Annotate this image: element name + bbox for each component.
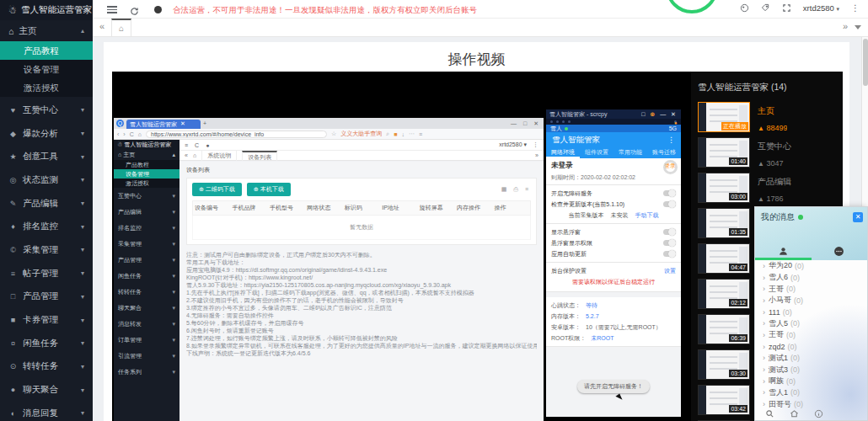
chat-contact[interactable]: ›雪人6(0)	[755, 272, 867, 284]
tabs-forward-icon: »	[535, 152, 538, 158]
chevron-down-icon: ▾	[81, 246, 84, 253]
chat-contact[interactable]: ›啊族(0)	[755, 376, 867, 387]
playlist-item[interactable]: 03:00 产品编辑▲ 1786	[691, 171, 843, 206]
duration-badge: 02:12	[729, 299, 747, 306]
snowman-icon: ☃	[117, 141, 122, 147]
sidebar-item-zhuanzhuan-tasks[interactable]: ⊙转转任务▾	[0, 355, 93, 379]
sidebar-item-collect-management[interactable]: ©采集管理▾	[0, 238, 93, 262]
menu-icon[interactable]	[107, 6, 117, 13]
unread-count: (0)	[790, 354, 800, 362]
brand: ☃ 雪人智能运营管家	[0, 0, 93, 20]
more-menu-icon[interactable]: ⋮	[851, 3, 860, 13]
rank-icon: ♦	[8, 222, 18, 231]
home-icon[interactable]	[790, 409, 799, 418]
group-label: 产品管理	[23, 290, 58, 302]
collect-label: 当前采集版本	[569, 211, 604, 220]
chevron-down-icon: ▾	[172, 332, 175, 348]
tab-home[interactable]: ⌂	[111, 19, 131, 36]
mini-username: xrtd2580 ▾	[499, 141, 527, 148]
reply-icon: ◐	[8, 409, 18, 418]
contact-name: 测试3	[769, 365, 788, 376]
sidebar-item-coupon-management[interactable]: ■卡券管理▾	[0, 308, 93, 332]
sidebar-item-rank-monitor[interactable]: ♦排名监控▾	[0, 215, 93, 238]
page-title: 操作视频	[104, 50, 849, 69]
sidebar-item-status-monitor[interactable]: ◎状态监测▾	[0, 168, 93, 192]
sidebar-item-post-management[interactable]: ≡帖子管理▾	[0, 262, 93, 285]
sidebar-item-device-management[interactable]: 设备管理	[0, 60, 93, 78]
theme-icon[interactable]	[740, 3, 749, 13]
sidebar-item-message-reply[interactable]: ◐消息回复▾	[0, 402, 93, 421]
chat-contact[interactable]: ›雪人5(0)	[755, 317, 867, 329]
chat-contact[interactable]: ›华为20(0)	[755, 260, 867, 272]
chat-contact[interactable]: ›王哥(0)	[755, 283, 867, 295]
chat-contact[interactable]: ›王哥(0)	[755, 329, 867, 341]
sidebar-item-product-edit[interactable]: ✎产品编辑▾	[0, 192, 93, 216]
user-menu[interactable]: xrtd2580 ▾	[803, 3, 839, 13]
chat-header: 我的消息 ✕	[755, 207, 867, 260]
playlist-item-title: 主页	[758, 106, 774, 115]
tabs-back-icon[interactable]: «	[99, 21, 104, 31]
sidebar-item-home[interactable]: ⌂ 主页 ▴	[0, 20, 93, 41]
chat-close-button[interactable]: ✕	[853, 212, 863, 222]
mini-group: 引流管理	[118, 348, 142, 364]
online-dot	[565, 127, 568, 131]
playlist-item[interactable]: 01:40 互赞中心▲ 3047	[691, 136, 843, 171]
sidebar-item-product-tutorial[interactable]: 产品教程	[0, 41, 93, 60]
duration-badge: 04:47	[729, 264, 747, 271]
sidebar-item-creative-tools[interactable]: ★创意工具▾	[0, 145, 93, 168]
sidebar-item-chat-aggregate[interactable]: ●聊天聚合▾	[0, 378, 93, 402]
coupon-icon: ■	[8, 316, 18, 324]
chat-tab-messages[interactable]	[812, 246, 868, 257]
chat-contact[interactable]: ›测试3(0)	[755, 364, 867, 376]
contact-name: 华为20	[769, 260, 792, 271]
chat-contact[interactable]: ›雪人1(0)	[755, 387, 867, 399]
refresh-icon: C	[130, 131, 134, 137]
unread-count: (0)	[790, 319, 800, 328]
sidebar-item-hot-analysis[interactable]: ◆爆款分析▾	[0, 122, 93, 146]
record-icon[interactable]	[154, 6, 162, 13]
unread-count: (0)	[786, 377, 796, 386]
info-icon[interactable]	[814, 409, 823, 418]
refresh-icon[interactable]	[130, 4, 139, 19]
info-value: 10（需要7以上,无需ROOT）	[586, 323, 662, 332]
sidebar-item-product-management[interactable]: □产品管理▾	[0, 285, 93, 309]
sidebar-item-xianyu-tasks[interactable]: ¤闲鱼任务▾	[0, 332, 93, 355]
chevron-down-icon: ▾	[81, 293, 84, 301]
mini-group: 转转任务	[118, 284, 142, 300]
video-player[interactable]: Q 雪人智能运营管家✕ + — □ ✕ ‹ › C ⌂ https://www.…	[112, 72, 843, 421]
tabs-dropdown-icon[interactable]	[855, 25, 861, 29]
brand-name: 雪人智能运营管家	[21, 4, 92, 16]
video-thumbnail: 正在播放	[698, 102, 750, 132]
mini-group: 任务系列	[118, 364, 142, 380]
home-icon: ⌂	[8, 26, 13, 36]
playlist-item[interactable]: 正在播放 主页▲ 88499	[691, 100, 843, 136]
protect-warning: 需要该权限以保证后台稳定运行	[551, 276, 676, 289]
unread-count: (0)	[786, 331, 796, 339]
tabs-forward-icon[interactable]: »	[843, 21, 848, 31]
mini-group: 互赞中心	[118, 188, 142, 204]
contact-name: 小马哥	[769, 295, 791, 306]
toast-message: 请先开启无障碍服务！	[577, 380, 650, 393]
chevron-down-icon: ▾	[81, 409, 84, 417]
views-count: 88499	[766, 124, 787, 132]
playing-badge: 正在播放	[721, 122, 748, 131]
chat-contact[interactable]: ›zqd2(0)	[755, 341, 867, 353]
fullscreen-icon[interactable]	[782, 3, 791, 13]
toggle-label: 显示悬浮窗	[551, 228, 581, 237]
scrollbar-thumb[interactable]	[863, 39, 868, 86]
chat-contact[interactable]: ›小马哥(0)	[755, 295, 867, 306]
chat-contact[interactable]: ›111(0)	[755, 306, 867, 318]
sidebar-item-like-center[interactable]: ♥互赞中心▾	[0, 99, 93, 122]
chat-tab-contacts[interactable]	[755, 246, 812, 257]
col-header: 手机型号	[268, 201, 305, 215]
views-icon: ▲	[758, 125, 764, 132]
back-icon: ‹	[117, 131, 119, 137]
tag-icon[interactable]	[761, 3, 770, 13]
home-icon: ⌂	[193, 152, 196, 158]
sidebar-item-activation[interactable]: 激活授权	[0, 78, 93, 97]
group-label: 采集管理	[23, 244, 58, 256]
video-thumbnail: 06:39	[698, 314, 750, 344]
search-icon[interactable]	[765, 409, 774, 418]
chat-contact[interactable]: ›测试1(0)	[755, 353, 867, 365]
app-window: ☃ 雪人智能运营管家 ⌂ 主页 ▴ 产品教程 设备管理 激活授权 ♥互赞中心▾ …	[0, 0, 868, 421]
